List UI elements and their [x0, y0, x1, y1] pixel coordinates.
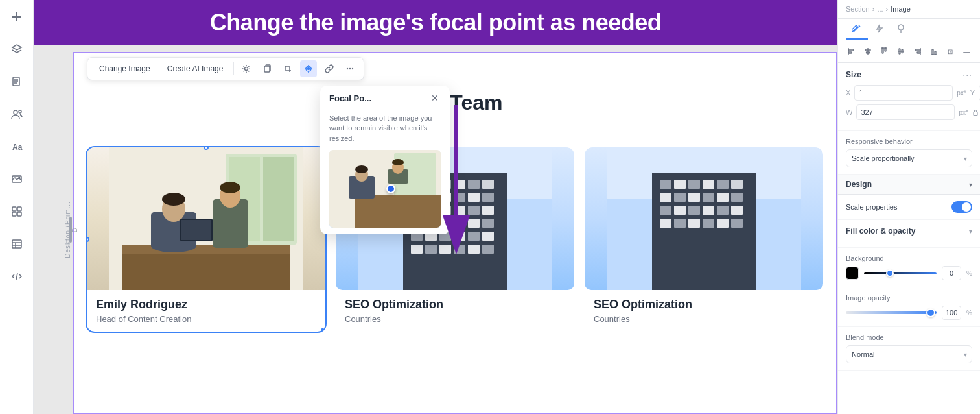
canvas-frame: Change Image Create AI Image: [73, 52, 837, 414]
svg-rect-96: [674, 193, 686, 202]
image-opacity-slider[interactable]: [846, 311, 937, 314]
svg-rect-108: [674, 219, 686, 228]
grid-icon[interactable]: [6, 201, 27, 222]
svg-rect-14: [12, 212, 16, 216]
crop-icon-button[interactable]: [279, 60, 296, 77]
svg-rect-35: [263, 157, 294, 241]
team-card-emily[interactable]: Image: [87, 147, 325, 332]
svg-rect-13: [18, 207, 21, 211]
size-more-button[interactable]: ···: [962, 69, 972, 80]
svg-rect-82: [439, 245, 451, 254]
image-toolbar: Change Image Create AI Image: [87, 57, 364, 80]
svg-rect-55: [482, 180, 494, 189]
handle-bottom-right[interactable]: [321, 328, 325, 332]
lock-icon[interactable]: [972, 109, 979, 116]
svg-rect-98: [703, 193, 714, 202]
card-role-seo2: Countries: [594, 314, 814, 324]
svg-point-24: [308, 68, 310, 70]
people-icon[interactable]: [6, 104, 27, 125]
team-card-seo2[interactable]: SEO Optimization Countries: [585, 147, 823, 332]
more-icon-button[interactable]: [342, 60, 358, 77]
align-toolbar: ⊡ —: [838, 40, 980, 63]
background-opacity-slider[interactable]: [864, 272, 937, 274]
add-icon[interactable]: [6, 6, 27, 27]
svg-rect-138: [915, 49, 920, 51]
opacity-thumb: [926, 308, 935, 317]
link-icon-button[interactable]: [321, 60, 338, 77]
card-image-emily: [87, 147, 325, 290]
svg-rect-90: [674, 180, 686, 189]
w-label: W: [846, 108, 852, 116]
tab-style[interactable]: [846, 19, 868, 40]
fill-section: Fill color & opacity ▾: [838, 220, 980, 248]
responsive-label: Responsive behavior: [846, 138, 972, 145]
opacity-value-input[interactable]: [942, 266, 961, 280]
w-input[interactable]: [856, 104, 955, 120]
y-label: Y: [970, 89, 975, 97]
blend-mode-select[interactable]: Normal: [846, 345, 972, 363]
settings-icon-button[interactable]: [238, 60, 255, 77]
image-opacity-input[interactable]: [942, 306, 961, 320]
svg-rect-101: [660, 206, 671, 215]
svg-rect-100: [731, 193, 743, 202]
team-grid: Image: [87, 147, 823, 332]
svg-rect-66: [468, 206, 480, 215]
card-role-emily: Head of Content Creation: [96, 314, 316, 324]
code-icon[interactable]: [6, 266, 27, 287]
x-input[interactable]: [854, 85, 953, 101]
svg-rect-107: [660, 219, 671, 228]
align-center-h-button[interactable]: [861, 44, 874, 58]
svg-point-44: [220, 182, 240, 193]
focal-image-preview[interactable]: [329, 150, 441, 228]
svg-rect-106: [731, 206, 743, 215]
layers-icon[interactable]: [6, 39, 27, 60]
expand-button[interactable]: —: [960, 44, 974, 58]
scale-toggle[interactable]: [951, 201, 972, 213]
svg-rect-105: [717, 206, 729, 215]
create-ai-image-button[interactable]: Create AI Image: [161, 62, 230, 76]
align-center-v-button[interactable]: [894, 44, 907, 58]
design-chevron-icon: ▾: [969, 181, 972, 188]
size-title: Size: [846, 70, 861, 79]
focal-point-dot[interactable]: [386, 184, 395, 193]
responsive-section: Responsive behavior Scale proportionally: [838, 131, 980, 175]
table-icon[interactable]: [6, 234, 27, 254]
focal-close-button[interactable]: ✕: [429, 92, 441, 104]
device-label: Desktop (Prim... D: [64, 201, 78, 258]
svg-rect-61: [482, 193, 494, 202]
svg-rect-103: [688, 206, 700, 215]
background-color-row: %: [846, 266, 972, 280]
focal-dialog-title: Focal Po...: [329, 93, 371, 103]
main-area: Change the image's focal point as needed…: [34, 0, 837, 414]
align-left-button[interactable]: [845, 44, 858, 58]
svg-rect-139: [917, 52, 920, 53]
design-section-header[interactable]: Design ▾: [838, 175, 980, 195]
blend-mode-label: Blend mode: [846, 334, 972, 341]
tab-bulb[interactable]: [890, 19, 912, 40]
change-image-button[interactable]: Change Image: [93, 62, 157, 76]
align-right-button[interactable]: [911, 44, 924, 58]
typography-icon[interactable]: Aa: [6, 136, 27, 157]
pages-icon[interactable]: [6, 71, 27, 92]
x-unit: px*: [957, 90, 966, 97]
copy-icon-button[interactable]: [259, 60, 275, 77]
card-image-seo2: [585, 147, 823, 290]
image-icon[interactable]: [6, 169, 27, 189]
svg-rect-84: [468, 245, 480, 254]
background-color-swatch[interactable]: [846, 267, 859, 280]
align-bottom-button[interactable]: [927, 44, 940, 58]
svg-rect-59: [454, 193, 465, 202]
shrink-button[interactable]: ⊡: [943, 44, 957, 58]
svg-rect-111: [717, 219, 729, 228]
xy-row: X px* Y px*: [846, 85, 972, 101]
svg-rect-22: [264, 66, 270, 72]
responsive-select[interactable]: Scale proportionally: [846, 149, 972, 167]
card-name-seo2: SEO Optimization: [594, 298, 814, 311]
tab-bolt[interactable]: [868, 19, 890, 40]
focal-point-icon-button[interactable]: [300, 60, 317, 77]
svg-rect-143: [974, 112, 977, 116]
blend-mode-select-wrapper: Normal: [846, 345, 972, 363]
background-section: Background %: [838, 248, 980, 287]
align-top-button[interactable]: [878, 44, 891, 58]
svg-point-31: [352, 68, 353, 69]
